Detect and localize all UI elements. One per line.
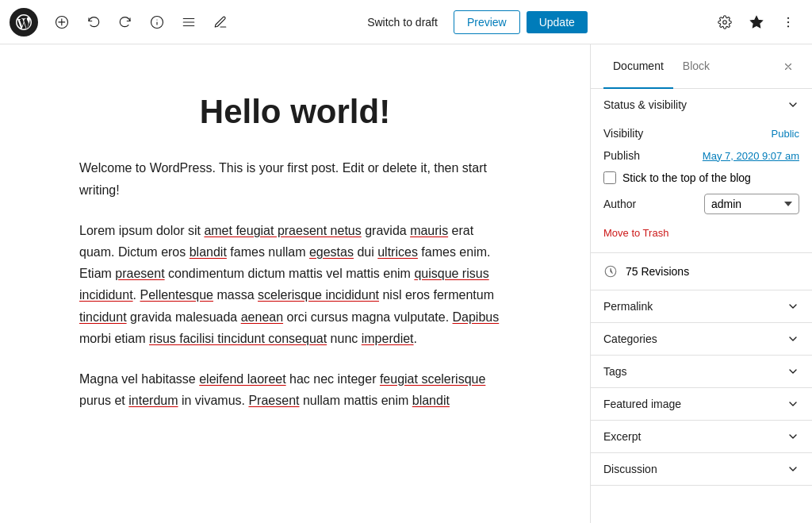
featured-image-section: Featured image bbox=[591, 388, 812, 421]
move-to-trash-link[interactable]: Move to Trash bbox=[603, 227, 668, 239]
redo-button[interactable] bbox=[111, 8, 140, 37]
permalink-section: Permalink bbox=[591, 290, 812, 323]
preview-button[interactable]: Preview bbox=[454, 10, 520, 34]
publish-date[interactable]: May 7, 2020 9:07 am bbox=[703, 150, 799, 162]
pin-button[interactable] bbox=[742, 8, 771, 37]
revisions-icon bbox=[603, 264, 618, 279]
status-visibility-header[interactable]: Status & visibility bbox=[591, 89, 812, 121]
publish-row: Publish May 7, 2020 9:07 am bbox=[603, 149, 799, 162]
chevron-down-icon bbox=[787, 430, 799, 443]
categories-header[interactable]: Categories bbox=[591, 323, 812, 355]
chevron-down-icon bbox=[787, 398, 799, 410]
permalink-title: Permalink bbox=[603, 300, 653, 313]
featured-image-title: Featured image bbox=[603, 398, 681, 410]
settings-button[interactable] bbox=[710, 8, 739, 37]
chevron-down-icon bbox=[787, 300, 799, 313]
undo-icon bbox=[86, 15, 101, 29]
editor-area[interactable]: Hello world! Welcome to WordPress. This … bbox=[0, 44, 590, 523]
clock-icon bbox=[603, 264, 618, 279]
categories-title: Categories bbox=[603, 333, 657, 345]
sticky-label: Stick to the top of the blog bbox=[622, 171, 751, 184]
paragraph-1[interactable]: Welcome to WordPress. This is your first… bbox=[79, 157, 511, 200]
chevron-up-icon bbox=[787, 98, 799, 111]
paragraph-3[interactable]: Magna vel habitasse eleifend laoreet hac… bbox=[79, 368, 511, 411]
switch-to-draft-button[interactable]: Switch to draft bbox=[358, 11, 447, 33]
categories-section: Categories bbox=[591, 323, 812, 356]
revisions-label: 75 Revisions bbox=[626, 265, 689, 278]
toolbar-right bbox=[710, 8, 802, 37]
discussion-title: Discussion bbox=[603, 463, 657, 475]
sidebar-header: Document Block bbox=[591, 44, 812, 89]
tags-section: Tags bbox=[591, 356, 812, 388]
wp-logo-icon bbox=[16, 14, 32, 30]
svg-point-3 bbox=[787, 17, 789, 18]
sidebar-body: Status & visibility Visibility Public Pu… bbox=[591, 89, 812, 486]
publish-label: Publish bbox=[603, 149, 640, 162]
sticky-row: Stick to the top of the blog bbox=[603, 171, 799, 184]
chevron-down-icon bbox=[787, 463, 799, 475]
post-content[interactable]: Welcome to WordPress. This is your first… bbox=[79, 157, 511, 411]
sticky-checkbox[interactable] bbox=[603, 171, 616, 184]
more-options-icon bbox=[781, 15, 795, 29]
add-icon bbox=[55, 15, 69, 29]
wordpress-logo[interactable] bbox=[10, 8, 38, 37]
main-area: Hello world! Welcome to WordPress. This … bbox=[0, 44, 812, 523]
author-label: Author bbox=[603, 198, 636, 210]
visibility-label: Visibility bbox=[603, 127, 643, 140]
excerpt-section: Excerpt bbox=[591, 421, 812, 453]
tab-block[interactable]: Block bbox=[673, 44, 719, 89]
discussion-header[interactable]: Discussion bbox=[591, 453, 812, 485]
svg-point-4 bbox=[787, 21, 789, 22]
svg-point-5 bbox=[787, 25, 789, 27]
author-row: Author admin bbox=[603, 194, 799, 214]
post-title[interactable]: Hello world! bbox=[79, 92, 511, 132]
visibility-row: Visibility Public bbox=[603, 127, 799, 140]
excerpt-header[interactable]: Excerpt bbox=[591, 421, 812, 452]
toolbar: Switch to draft Preview Update bbox=[0, 0, 812, 44]
list-view-button[interactable] bbox=[174, 8, 203, 37]
pin-icon bbox=[749, 15, 764, 29]
tools-icon bbox=[213, 15, 228, 29]
author-select[interactable]: admin bbox=[704, 194, 799, 214]
toolbar-center: Switch to draft Preview Update bbox=[238, 10, 707, 34]
list-view-icon bbox=[182, 15, 196, 29]
info-button[interactable] bbox=[143, 8, 171, 37]
status-visibility-content: Visibility Public Publish May 7, 2020 9:… bbox=[591, 121, 812, 252]
status-visibility-title: Status & visibility bbox=[603, 98, 687, 111]
toolbar-left bbox=[10, 8, 235, 37]
paragraph-2[interactable]: Lorem ipsum dolor sit amet feugiat praes… bbox=[79, 220, 511, 349]
discussion-section: Discussion bbox=[591, 453, 812, 486]
redo-icon bbox=[118, 15, 132, 29]
tab-document[interactable]: Document bbox=[603, 44, 673, 89]
featured-image-header[interactable]: Featured image bbox=[591, 388, 812, 420]
sidebar-close-button[interactable] bbox=[777, 56, 799, 78]
excerpt-title: Excerpt bbox=[603, 430, 641, 443]
tools-button[interactable] bbox=[206, 8, 235, 37]
undo-button[interactable] bbox=[79, 8, 108, 37]
sidebar: Document Block Status & visibility Visib… bbox=[590, 44, 812, 523]
close-icon bbox=[783, 61, 794, 72]
tags-header[interactable]: Tags bbox=[591, 356, 812, 387]
chevron-down-icon bbox=[787, 333, 799, 345]
add-button[interactable] bbox=[48, 8, 76, 37]
settings-icon bbox=[718, 15, 732, 29]
svg-point-2 bbox=[723, 20, 727, 24]
update-button[interactable]: Update bbox=[527, 11, 588, 33]
status-visibility-section: Status & visibility Visibility Public Pu… bbox=[591, 89, 812, 253]
permalink-header[interactable]: Permalink bbox=[591, 290, 812, 322]
visibility-value[interactable]: Public bbox=[772, 128, 799, 140]
more-options-button[interactable] bbox=[774, 8, 802, 37]
tags-title: Tags bbox=[603, 365, 627, 378]
info-icon bbox=[150, 15, 164, 29]
chevron-down-icon bbox=[787, 365, 799, 378]
revisions-section[interactable]: 75 Revisions bbox=[591, 253, 812, 290]
